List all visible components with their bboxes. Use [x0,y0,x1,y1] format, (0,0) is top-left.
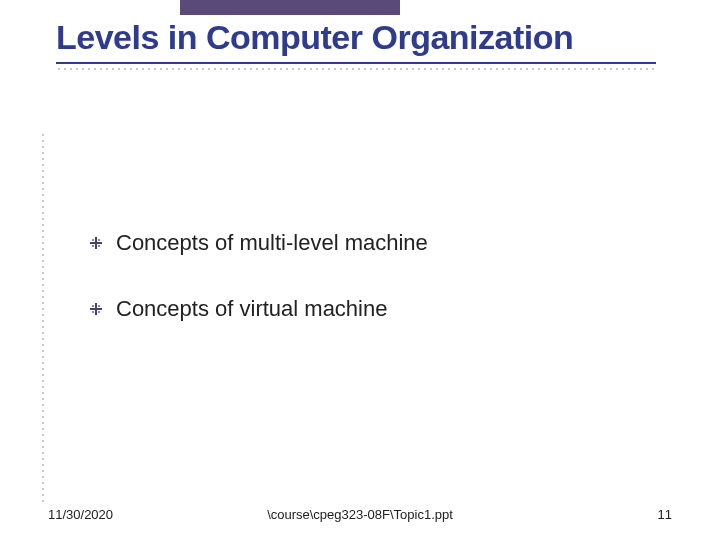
slide-footer: 11/30/2020 \course\cpeg323-08F\Topic1.pp… [48,507,672,522]
bullet-text: Concepts of multi-level machine [116,230,428,256]
diamond-bullet-icon [90,303,102,315]
content-area: Concepts of multi-level machine Concepts… [90,230,650,362]
bullet-item: Concepts of virtual machine [90,296,650,322]
top-accent-bar [180,0,400,15]
diamond-bullet-icon [90,237,102,249]
title-block: Levels in Computer Organization [56,20,656,72]
slide-title: Levels in Computer Organization [56,20,656,56]
dots-horizontal [56,66,656,72]
bullet-item: Concepts of multi-level machine [90,230,650,256]
footer-path: \course\cpeg323-08F\Topic1.ppt [48,507,672,522]
bullet-text: Concepts of virtual machine [116,296,387,322]
footer-page-number: 11 [658,507,672,522]
dots-vertical [40,132,46,502]
title-underline [56,62,656,64]
footer-date: 11/30/2020 [48,507,113,522]
